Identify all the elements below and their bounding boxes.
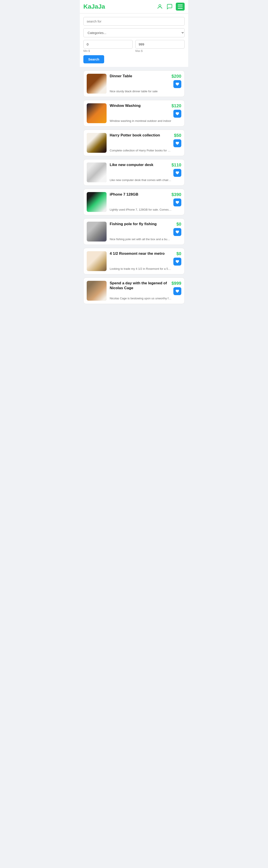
listing-image bbox=[87, 133, 107, 153]
search-input[interactable] bbox=[87, 20, 181, 23]
listing-description: Nice sturdy black dinner table for sale bbox=[110, 89, 171, 93]
price-row: Min $ Max $ bbox=[83, 40, 185, 53]
listing-right: $0 bbox=[173, 222, 181, 236]
listing-price: $200 bbox=[171, 74, 182, 79]
search-area: Categories... Furniture Services Books E… bbox=[80, 13, 188, 67]
listing-info: Harry Potter book collection $50 Complet… bbox=[110, 133, 181, 153]
listing-title: Fishing pole for fly fishing bbox=[110, 222, 171, 226]
heart-icon bbox=[176, 289, 179, 293]
favorite-button[interactable] bbox=[173, 169, 181, 177]
listing-right: $999 bbox=[171, 281, 182, 295]
listing-image bbox=[87, 103, 107, 123]
listing-thumbnail bbox=[87, 192, 107, 212]
heart-icon bbox=[176, 230, 179, 234]
hamburger-line-3 bbox=[178, 8, 183, 9]
favorite-button[interactable] bbox=[173, 258, 181, 266]
heart-icon bbox=[176, 82, 179, 86]
listing-description: Looking to trade my 4 1/2 in Rosemont fo… bbox=[110, 267, 171, 271]
listing-image bbox=[87, 162, 107, 182]
listing-info: Window Washing $120 Window washing in mo… bbox=[110, 103, 181, 123]
listing-info: Like new computer desk $110 Like new com… bbox=[110, 162, 181, 182]
listing-image bbox=[87, 251, 107, 271]
listing-image bbox=[87, 281, 107, 301]
listings-container: Dinner Table $200 Nice sturdy black dinn… bbox=[80, 67, 188, 308]
listing-description: Like new computer desk that comes with c… bbox=[110, 178, 171, 182]
listing-info: iPhone 7 128GB $390 Lightly used iPhone … bbox=[110, 192, 181, 212]
max-price-input[interactable] bbox=[135, 40, 185, 49]
min-price-input[interactable] bbox=[83, 40, 133, 49]
favorite-button[interactable] bbox=[173, 110, 181, 118]
listing-image bbox=[87, 192, 107, 212]
listing-card[interactable]: Harry Potter book collection $50 Complet… bbox=[83, 130, 185, 156]
listing-thumbnail bbox=[87, 162, 107, 182]
favorite-button[interactable] bbox=[173, 80, 181, 88]
listing-info: Fishing pole for fly fishing $0 Nice fis… bbox=[110, 222, 181, 241]
listing-title: 4 1/2 Rosemont near the metro bbox=[110, 251, 171, 256]
listing-right: $200 bbox=[171, 74, 182, 88]
chat-icon[interactable] bbox=[166, 3, 173, 10]
menu-button[interactable] bbox=[176, 3, 185, 10]
listing-card[interactable]: Fishing pole for fly fishing $0 Nice fis… bbox=[83, 218, 185, 245]
listing-price: $110 bbox=[171, 162, 182, 167]
search-button[interactable]: Search bbox=[83, 55, 104, 63]
categories-select[interactable]: Categories... Furniture Services Books E… bbox=[83, 28, 185, 37]
listing-title: Spend a day with the legened of Nicolas … bbox=[110, 281, 170, 290]
profile-icon[interactable] bbox=[156, 3, 163, 10]
min-price-col: Min $ bbox=[83, 40, 133, 53]
listing-thumbnail bbox=[87, 103, 107, 123]
listing-right: $50 bbox=[173, 133, 181, 147]
listing-card[interactable]: Like new computer desk $110 Like new com… bbox=[83, 159, 185, 186]
listing-title: Like new computer desk bbox=[110, 162, 170, 167]
listing-card[interactable]: Window Washing $120 Window washing in mo… bbox=[83, 100, 185, 126]
listing-description: Window washing in montreal outdoor and i… bbox=[110, 119, 171, 123]
listing-title-row: Fishing pole for fly fishing $0 bbox=[110, 222, 181, 236]
hamburger-line-2 bbox=[178, 6, 183, 7]
listing-title: Dinner Table bbox=[110, 74, 170, 79]
max-price-label: Max $ bbox=[135, 50, 185, 53]
listing-info: Dinner Table $200 Nice sturdy black dinn… bbox=[110, 74, 181, 93]
listing-price: $0 bbox=[177, 222, 181, 227]
favorite-button[interactable] bbox=[173, 287, 181, 295]
listing-description: Lightly used iPhone 7, 128GB for sale. C… bbox=[110, 208, 171, 212]
listing-title-row: Spend a day with the legened of Nicolas … bbox=[110, 281, 181, 295]
listing-thumbnail bbox=[87, 251, 107, 271]
listing-card[interactable]: iPhone 7 128GB $390 Lightly used iPhone … bbox=[83, 189, 185, 215]
heart-icon bbox=[176, 141, 179, 145]
listing-price: $120 bbox=[171, 103, 182, 108]
listing-title-row: Window Washing $120 bbox=[110, 103, 181, 118]
listing-title-row: Dinner Table $200 bbox=[110, 74, 181, 88]
heart-icon bbox=[176, 200, 179, 205]
listing-info: Spend a day with the legened of Nicolas … bbox=[110, 281, 181, 301]
svg-point-0 bbox=[159, 5, 161, 7]
listing-card[interactable]: Spend a day with the legened of Nicolas … bbox=[83, 278, 185, 304]
listing-card[interactable]: Dinner Table $200 Nice sturdy black dinn… bbox=[83, 70, 185, 97]
logo: KaJaJa bbox=[83, 3, 105, 10]
listing-card[interactable]: 4 1/2 Rosemont near the metro $0 Looking… bbox=[83, 248, 185, 274]
listing-description: Nicolas Cage is bestowing upon us unwort… bbox=[110, 297, 171, 301]
listing-title-row: 4 1/2 Rosemont near the metro $0 bbox=[110, 251, 181, 266]
max-price-col: Max $ bbox=[135, 40, 185, 53]
listing-title: Window Washing bbox=[110, 103, 170, 108]
listing-info: 4 1/2 Rosemont near the metro $0 Looking… bbox=[110, 251, 181, 271]
header: KaJaJa bbox=[80, 0, 188, 13]
listing-price: $0 bbox=[177, 251, 181, 256]
listing-title-row: Like new computer desk $110 bbox=[110, 162, 181, 177]
listing-description: Complete collection of Harry Potter book… bbox=[110, 149, 171, 153]
favorite-button[interactable] bbox=[173, 198, 181, 207]
favorite-button[interactable] bbox=[173, 139, 181, 147]
hamburger-line-1 bbox=[178, 5, 183, 5]
listing-right: $110 bbox=[171, 162, 182, 177]
listing-image bbox=[87, 222, 107, 242]
listing-image bbox=[87, 74, 107, 94]
listing-price: $50 bbox=[174, 133, 181, 138]
listing-thumbnail bbox=[87, 222, 107, 242]
favorite-button[interactable] bbox=[173, 228, 181, 236]
listing-title-row: Harry Potter book collection $50 bbox=[110, 133, 181, 147]
heart-icon bbox=[176, 171, 179, 175]
listing-right: $0 bbox=[173, 251, 181, 266]
listing-price: $999 bbox=[171, 281, 182, 286]
header-icons bbox=[156, 3, 185, 10]
heart-icon bbox=[176, 259, 179, 264]
listing-title: Harry Potter book collection bbox=[110, 133, 171, 138]
listing-right: $120 bbox=[171, 103, 182, 118]
